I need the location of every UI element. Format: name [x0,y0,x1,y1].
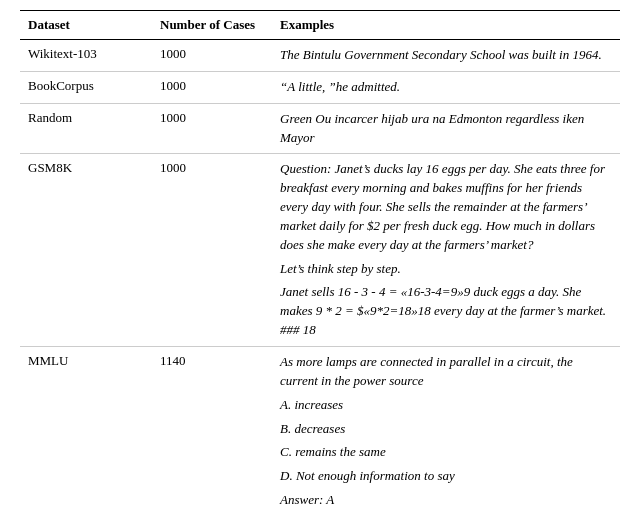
cell-examples: Green Ou incarcer hijab ura na Edmonton … [272,103,620,154]
cell-examples: The Bintulu Government Secondary School … [272,40,620,72]
table-row: GSM8K1000Question: Janet’s ducks lay 16 … [20,154,620,347]
cell-cases: 1000 [152,71,272,103]
cell-examples: “A little, ”he admitted. [272,71,620,103]
header-dataset: Dataset [20,11,152,40]
cell-dataset: Wikitext-103 [20,40,152,72]
cell-dataset: BookCorpus [20,71,152,103]
table-row: BookCorpus1000“A little, ”he admitted. [20,71,620,103]
table-row: Wikitext-1031000The Bintulu Government S… [20,40,620,72]
cell-examples: As more lamps are connected in parallel … [272,346,620,516]
table-row: Random1000Green Ou incarcer hijab ura na… [20,103,620,154]
cell-cases: 1000 [152,40,272,72]
cell-dataset: GSM8K [20,154,152,347]
header-cases: Number of Cases [152,11,272,40]
cell-cases: 1000 [152,154,272,347]
table-header-row: Dataset Number of Cases Examples [20,11,620,40]
cell-dataset: MMLU [20,346,152,516]
cell-dataset: Random [20,103,152,154]
cell-cases: 1140 [152,346,272,516]
cell-cases: 1000 [152,103,272,154]
cell-examples: Question: Janet’s ducks lay 16 eggs per … [272,154,620,347]
header-examples: Examples [272,11,620,40]
table-row: MMLU1140As more lamps are connected in p… [20,346,620,516]
